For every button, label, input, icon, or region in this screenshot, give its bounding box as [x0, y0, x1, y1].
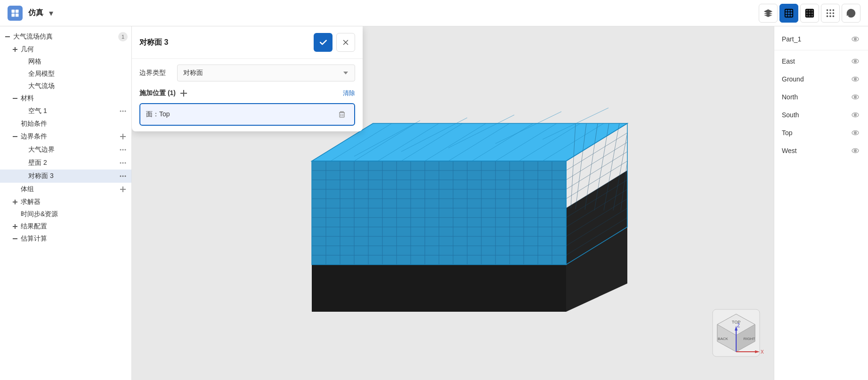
svg-marker-49 — [566, 170, 627, 312]
svg-text:RIGHT: RIGHT — [744, 337, 755, 341]
sidebar-item-material[interactable]: 材料 — [0, 92, 131, 105]
boundary-type-select[interactable]: 对称面 — [177, 65, 355, 81]
minus-icon-material — [11, 95, 19, 102]
spacer-icon-air1 — [19, 107, 26, 115]
face-item[interactable]: 面：Top — [139, 103, 355, 126]
eye-icon-part1[interactable] — [850, 34, 860, 44]
menu-icon-atm-boundary[interactable] — [118, 145, 128, 154]
viewport[interactable]: 对称面 3 边界类型 对称面 施 — [132, 26, 774, 380]
spacer-icon-bodygroup — [11, 186, 19, 193]
popup-header: 对称面 3 — [132, 26, 363, 59]
sidebar-label-atm-boundary: 大气边界 — [28, 146, 116, 154]
plus-icon-geometry — [11, 46, 19, 53]
menu-icon-air1[interactable] — [118, 106, 128, 116]
main-layout: 大气流场仿真 1 几何 网格 全局模型 大气流场 — [0, 26, 868, 380]
right-label-part1: Part_1 — [782, 35, 846, 43]
svg-point-20 — [122, 111, 124, 112]
sidebar-item-solver[interactable]: 求解器 — [0, 196, 131, 208]
svg-point-13 — [829, 15, 831, 17]
svg-point-6 — [827, 9, 828, 11]
right-label-west: West — [782, 147, 846, 154]
popup-close-button[interactable] — [336, 33, 355, 52]
sidebar-label-wall2: 壁面 2 — [28, 159, 116, 167]
svg-rect-44 — [183, 90, 184, 97]
popup-confirm-button[interactable] — [314, 33, 333, 52]
delete-face-button[interactable] — [335, 108, 349, 121]
svg-rect-2 — [12, 13, 15, 16]
view-solid-button[interactable] — [759, 4, 778, 23]
topbar-dropdown[interactable]: ▾ — [49, 8, 53, 18]
sidebar-item-bodygroup[interactable]: 体组 — [0, 183, 131, 196]
svg-point-8 — [833, 9, 835, 11]
view-solid-wire-button[interactable] — [779, 4, 798, 23]
eye-icon-south[interactable] — [850, 110, 860, 120]
sidebar-label-init-cond: 初始条件 — [21, 120, 128, 128]
sidebar-item-geometry[interactable]: 几何 — [0, 43, 131, 56]
view-points-button[interactable] — [821, 4, 840, 23]
right-label-south: South — [782, 111, 846, 119]
menu-icon-wall2[interactable] — [118, 158, 128, 168]
popup-body: 边界类型 对称面 施加位置 (1) 清除 面：Top — [132, 59, 363, 131]
right-item-west: West — [774, 142, 868, 160]
svg-rect-3 — [16, 13, 19, 16]
eye-icon-top[interactable] — [850, 128, 860, 138]
sidebar-item-global-model[interactable]: 全局模型 — [0, 68, 131, 80]
right-item-north: North — [774, 88, 868, 106]
sidebar-label-timestep: 时间步&资源 — [21, 210, 128, 218]
view-reset-button[interactable] — [842, 4, 860, 23]
sidebar-label-air1: 空气 1 — [28, 107, 116, 115]
add-icon-boundary[interactable] — [118, 132, 128, 141]
plus-icon-result — [11, 223, 19, 230]
sidebar-label-boundary: 边界条件 — [21, 132, 116, 141]
sidebar-item-air1[interactable]: 空气 1 — [0, 105, 131, 118]
svg-rect-1 — [16, 9, 19, 13]
minus-icon — [4, 33, 11, 40]
sidebar-label-result-config: 结果配置 — [21, 222, 128, 231]
axis-widget: TOP BACK RIGHT Z X — [708, 305, 764, 361]
eye-icon-west[interactable] — [850, 146, 860, 156]
right-item-part1: Part_1 — [774, 30, 868, 48]
sidebar-item-atm-field[interactable]: 大气流场 — [0, 80, 131, 92]
sidebar-item-mesh[interactable]: 网格 — [0, 56, 131, 68]
menu-icon-sym3[interactable] — [118, 171, 128, 181]
add-position-button[interactable] — [178, 88, 189, 98]
svg-rect-40 — [13, 238, 17, 239]
sidebar-label-solver: 求解器 — [21, 198, 128, 206]
sidebar-item-wall2[interactable]: 壁面 2 — [0, 156, 131, 170]
face-item-label: 面：Top — [146, 110, 332, 119]
svg-text:Z: Z — [737, 323, 740, 328]
sidebar-item-atm-sim[interactable]: 大气流场仿真 1 — [0, 30, 131, 43]
svg-rect-39 — [15, 224, 16, 229]
minus-icon-cost — [11, 235, 19, 243]
apply-position-section: 施加位置 (1) 清除 — [139, 88, 355, 98]
svg-marker-48 — [312, 265, 566, 312]
sidebar-item-cost-calc[interactable]: 估算计算 — [0, 233, 131, 245]
svg-rect-15 — [5, 36, 10, 37]
svg-point-33 — [125, 176, 126, 177]
sidebar-item-result-config[interactable]: 结果配置 — [0, 220, 131, 233]
svg-point-12 — [827, 15, 828, 17]
view-wire-button[interactable] — [800, 4, 819, 23]
spacer-icon-global — [19, 70, 26, 78]
svg-point-135 — [854, 78, 857, 81]
svg-rect-45 — [340, 113, 344, 117]
sidebar-item-init-cond[interactable]: 初始条件 — [0, 118, 131, 130]
clear-button[interactable]: 清除 — [343, 89, 355, 97]
svg-rect-22 — [13, 136, 17, 137]
eye-icon-east[interactable] — [850, 56, 860, 66]
sidebar-item-boundary[interactable]: 边界条件 — [0, 130, 131, 143]
spacer-icon-mesh — [19, 58, 26, 65]
right-label-east: East — [782, 57, 846, 65]
eye-icon-north[interactable] — [850, 92, 860, 102]
svg-point-10 — [829, 12, 831, 14]
svg-point-139 — [854, 114, 857, 116]
svg-point-21 — [125, 111, 126, 112]
sidebar-item-timestep[interactable]: 时间步&资源 — [0, 208, 131, 220]
sidebar-item-sym3[interactable]: 对称面 3 — [0, 170, 131, 183]
apply-position-label: 施加位置 (1) — [139, 89, 176, 97]
sidebar-item-atm-boundary[interactable]: 大气边界 — [0, 143, 131, 156]
boundary-type-label: 边界类型 — [139, 69, 177, 77]
sidebar-label-sym3: 对称面 3 — [28, 172, 116, 180]
eye-icon-ground[interactable] — [850, 74, 860, 84]
add-icon-bodygroup[interactable] — [118, 185, 128, 194]
